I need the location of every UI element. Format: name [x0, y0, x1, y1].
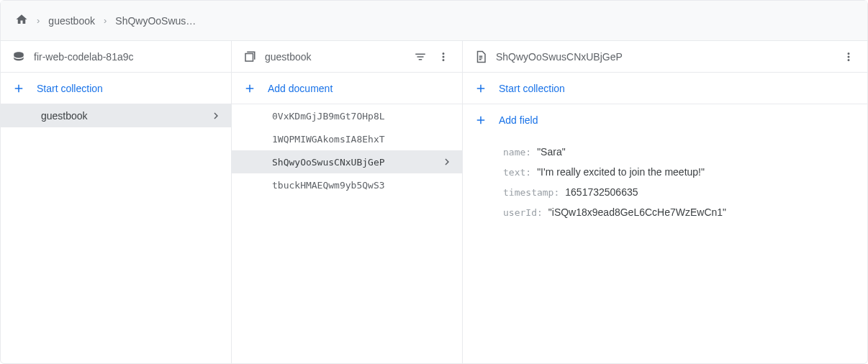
document-item[interactable]: 0VxKDmGjJB9mGt7OHp8L	[232, 104, 462, 127]
field-row[interactable]: timestamp 1651732506635	[463, 182, 867, 202]
start-collection-label: Start collection	[37, 83, 103, 94]
collection-title: guestbook	[265, 51, 404, 63]
collection-item[interactable]: guestbook	[1, 104, 231, 127]
database-icon	[12, 50, 25, 63]
breadcrumb-collection[interactable]: guestbook	[48, 15, 95, 27]
document-column: ShQwyOoSwusCNxUBjGeP Start collection Ad…	[463, 41, 867, 363]
breadcrumb: › guestbook › ShQwyOoSwus…	[1, 1, 867, 41]
plus-icon	[474, 114, 487, 127]
breadcrumb-document[interactable]: ShQwyOoSwus…	[115, 15, 196, 27]
document-id: 1WQPMIWGAkomsIA8EhxT	[272, 134, 385, 145]
add-document-button[interactable]: Add document	[232, 73, 462, 104]
plus-icon	[474, 82, 487, 95]
chevron-right-icon	[209, 109, 222, 122]
start-collection-button[interactable]: Start collection	[463, 73, 867, 104]
root-title: fir-web-codelab-81a9c	[34, 51, 220, 63]
more-icon[interactable]	[841, 50, 856, 64]
add-field-button[interactable]: Add field	[463, 104, 867, 136]
collections-list: guestbook	[1, 104, 231, 363]
start-collection-button[interactable]: Start collection	[1, 73, 231, 104]
collection-icon	[243, 50, 256, 63]
home-icon[interactable]	[15, 13, 28, 29]
field-key: userId	[503, 207, 543, 218]
field-row[interactable]: text "I'm really excited to join the mee…	[463, 162, 867, 182]
field-row[interactable]: name "Sara"	[463, 142, 867, 162]
document-id: ShQwyOoSwusCNxUBjGeP	[272, 157, 385, 168]
plus-icon	[243, 82, 256, 95]
document-item[interactable]: 1WQPMIWGAkomsIA8EhxT	[232, 127, 462, 150]
add-document-label: Add document	[268, 83, 333, 94]
collection-name: guestbook	[41, 110, 88, 122]
chevron-right-icon: ›	[37, 15, 40, 26]
document-id: 0VxKDmGjJB9mGt7OHp8L	[272, 111, 385, 122]
chevron-right-icon	[440, 155, 453, 168]
field-value: "I'm really excited to join the meetup!"	[537, 166, 705, 178]
collection-column: guestbook Add document 0VxKDmGjJB9mGt7OH…	[232, 41, 463, 363]
start-collection-label: Start collection	[499, 83, 565, 94]
field-key: name	[503, 147, 531, 158]
chevron-right-icon: ›	[104, 15, 107, 26]
filter-icon[interactable]	[413, 50, 428, 64]
field-key: timestamp	[503, 187, 559, 198]
document-item[interactable]: tbuckHMAEQwm9yb5QwS3	[232, 173, 462, 196]
root-column: fir-web-codelab-81a9c Start collection g…	[1, 41, 232, 363]
field-key: text	[503, 167, 531, 178]
document-header: ShQwyOoSwusCNxUBjGeP	[463, 41, 867, 73]
collection-header: guestbook	[232, 41, 462, 73]
more-icon[interactable]	[436, 50, 451, 64]
fields-list: name "Sara" text "I'm really excited to …	[463, 136, 867, 228]
document-id: tbuckHMAEQwm9yb5QwS3	[272, 180, 385, 191]
document-title: ShQwyOoSwusCNxUBjGeP	[496, 51, 833, 63]
root-header: fir-web-codelab-81a9c	[1, 41, 231, 73]
field-row[interactable]: userId "iSQw18x9ead8GeL6CcHe7WzEwCn1"	[463, 202, 867, 222]
field-value: 1651732506635	[565, 186, 638, 198]
add-field-label: Add field	[499, 114, 538, 126]
field-value: "iSQw18x9ead8GeL6CcHe7WzEwCn1"	[548, 206, 726, 218]
plus-icon	[12, 82, 25, 95]
document-icon	[474, 50, 487, 63]
field-value: "Sara"	[537, 146, 566, 158]
documents-list: 0VxKDmGjJB9mGt7OHp8L 1WQPMIWGAkomsIA8Ehx…	[232, 104, 462, 363]
document-item[interactable]: ShQwyOoSwusCNxUBjGeP	[232, 150, 462, 173]
